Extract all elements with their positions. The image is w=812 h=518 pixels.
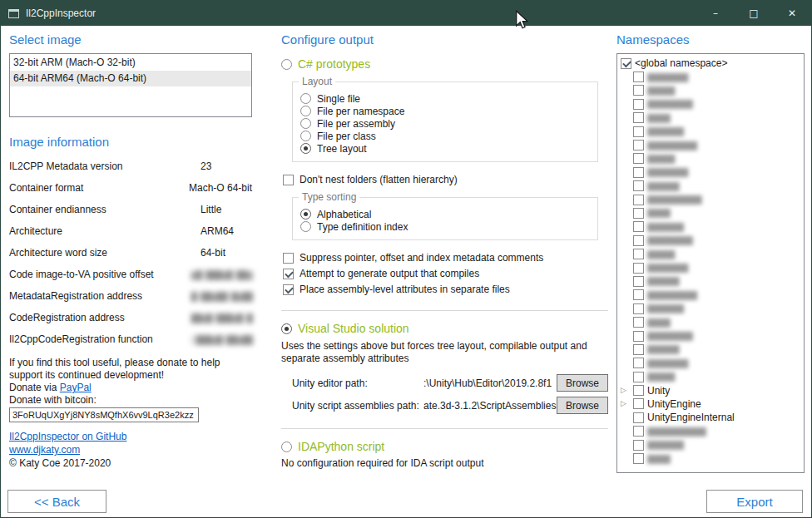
layout-option[interactable]: File per assembly [300, 117, 591, 130]
type-sorting-option[interactable]: Alphabetical [300, 208, 591, 220]
namespace-row[interactable]: ▷ ██████ [619, 152, 802, 165]
namespace-checkbox[interactable] [633, 331, 644, 342]
namespace-row[interactable]: ▷ ███████ [619, 343, 802, 356]
type-sorting-option[interactable]: Type definition index [300, 220, 591, 233]
namespace-checkbox[interactable] [633, 398, 644, 409]
maximize-button[interactable]: □ [735, 1, 773, 26]
browse-editor-path-button[interactable]: Browse [557, 374, 608, 392]
radio-icon[interactable] [300, 221, 311, 232]
namespace-row[interactable]: ▷ Unity [619, 383, 802, 397]
radio-icon[interactable] [300, 143, 311, 154]
radio-icon[interactable] [300, 106, 311, 116]
namespace-row[interactable]: ▷ █████ [619, 111, 802, 125]
namespace-row[interactable]: ▷ █████████ [619, 357, 802, 370]
namespace-checkbox[interactable] [633, 317, 644, 328]
namespace-checkbox[interactable] [633, 249, 644, 259]
namespace-row[interactable]: ▷ ███████ [619, 274, 802, 288]
checkbox-icon[interactable] [283, 175, 294, 185]
namespace-row[interactable]: ▷ ███████████ [619, 138, 802, 151]
namespace-checkbox[interactable] [633, 126, 644, 137]
output-option[interactable]: Place assembly-level attributes in separ… [283, 283, 608, 296]
namespace-checkbox[interactable] [633, 372, 644, 382]
expander-icon[interactable]: ▷ [621, 399, 630, 408]
website-link[interactable]: www.djkaty.com [9, 444, 252, 456]
namespace-row[interactable]: ▷ ██████████ [619, 234, 802, 247]
image-list-item[interactable]: 32-bit ARM (Mach-O 32-bit) [10, 55, 251, 71]
namespaces-tree[interactable]: ▷ <global namespace> ▷ █████████ ▷ ████ [616, 53, 805, 473]
browse-assemblies-path-button[interactable]: Browse [557, 397, 608, 414]
namespace-row[interactable]: ▷ ███████████ [619, 289, 802, 302]
namespace-row[interactable]: ▷ ██████ [619, 247, 802, 260]
namespace-row[interactable]: ▷ █████████████ [619, 425, 802, 438]
paypal-link[interactable]: PayPal [60, 382, 92, 393]
radio-icon[interactable] [300, 131, 311, 141]
namespace-row[interactable]: ▷ ████████ [619, 125, 802, 138]
namespace-row[interactable]: ▷ ██████ [619, 84, 802, 97]
namespace-row[interactable]: ▷ █████ [619, 206, 802, 220]
namespace-row[interactable]: ▷ <global namespace> [619, 57, 802, 70]
namespace-checkbox[interactable] [633, 221, 644, 232]
namespace-checkbox[interactable] [633, 85, 644, 96]
checkbox-icon[interactable] [283, 253, 294, 264]
namespace-checkbox[interactable] [633, 153, 644, 164]
radio-icon[interactable] [281, 323, 292, 334]
namespace-checkbox[interactable] [633, 358, 644, 368]
back-button[interactable]: << Back [7, 490, 106, 513]
radio-icon[interactable] [300, 118, 311, 129]
namespace-row[interactable]: ▷ █████████ [619, 70, 802, 83]
namespace-row[interactable]: ▷ ██████████ [619, 329, 802, 343]
namespace-row[interactable]: ▷ ███████ [619, 180, 802, 193]
namespace-checkbox[interactable] [633, 140, 644, 150]
layout-option[interactable]: File per namespace [300, 105, 591, 117]
namespace-row[interactable]: ▷ ████████████ [619, 193, 802, 206]
namespace-checkbox[interactable] [633, 344, 644, 355]
namespace-row[interactable]: ▷ █████████ [619, 165, 802, 179]
namespace-checkbox[interactable] [633, 195, 644, 205]
namespace-row[interactable]: ▷ ██████████ [619, 97, 802, 111]
output-option[interactable]: Attempt to generate output that compiles [283, 267, 608, 280]
export-button[interactable]: Export [706, 490, 803, 513]
namespace-row[interactable]: ▷ █████ [619, 451, 802, 465]
image-list-item[interactable]: 64-bit ARM64 (Mach-O 64-bit) [10, 71, 251, 86]
layout-option[interactable]: Tree layout [300, 142, 591, 155]
namespace-row[interactable]: ▷ ████████ [619, 302, 802, 315]
namespace-row[interactable]: ▷ ████████ [619, 220, 802, 234]
namespace-checkbox[interactable] [633, 412, 644, 423]
layout-option[interactable]: Single file [300, 92, 591, 105]
namespace-checkbox[interactable] [633, 235, 644, 246]
bitcoin-address-input[interactable] [9, 407, 199, 422]
namespace-row[interactable]: ▷ ████████ [619, 438, 802, 451]
github-link[interactable]: Il2CppInspector on GitHub [9, 431, 252, 443]
namespace-checkbox[interactable] [633, 276, 644, 287]
layout-option[interactable]: File per class [300, 130, 591, 142]
expander-icon[interactable]: ▷ [621, 386, 630, 395]
namespace-row[interactable]: ▷ █████████ [619, 261, 802, 274]
flatten-hierarchy-option[interactable]: Don't nest folders (flatten hierarchy) [283, 173, 608, 186]
checkbox-icon[interactable] [283, 269, 294, 279]
output-option[interactable]: Suppress pointer, offset and index metad… [283, 251, 608, 264]
namespace-checkbox[interactable] [633, 289, 644, 300]
namespace-checkbox[interactable] [621, 58, 631, 69]
namespace-checkbox[interactable] [633, 72, 644, 82]
checkbox-icon[interactable] [283, 284, 294, 295]
namespace-row[interactable]: ▷ ██████ [619, 370, 802, 383]
image-listbox[interactable]: 32-bit ARM (Mach-O 32-bit) 64-bit ARM64 … [9, 53, 252, 117]
close-button[interactable]: ✕ [773, 1, 811, 26]
minimize-button[interactable]: – [696, 1, 735, 26]
radio-icon[interactable] [300, 209, 311, 220]
namespace-checkbox[interactable] [633, 303, 644, 314]
namespace-checkbox[interactable] [633, 208, 644, 219]
namespace-row[interactable]: ▷ █████ [619, 315, 802, 328]
radio-icon[interactable] [281, 59, 292, 70]
radio-icon[interactable] [300, 93, 311, 104]
namespace-checkbox[interactable] [633, 167, 644, 178]
namespace-checkbox[interactable] [633, 263, 644, 274]
idapython-option[interactable]: IDAPython script [281, 440, 608, 453]
visual-studio-option[interactable]: Visual Studio solution [281, 322, 608, 335]
namespace-checkbox[interactable] [633, 385, 644, 396]
namespace-row[interactable]: ▷ UnityEngineInternal [619, 411, 802, 424]
namespace-checkbox[interactable] [633, 453, 644, 464]
radio-icon[interactable] [281, 442, 292, 452]
namespace-checkbox[interactable] [633, 180, 644, 191]
namespace-checkbox[interactable] [633, 112, 644, 123]
